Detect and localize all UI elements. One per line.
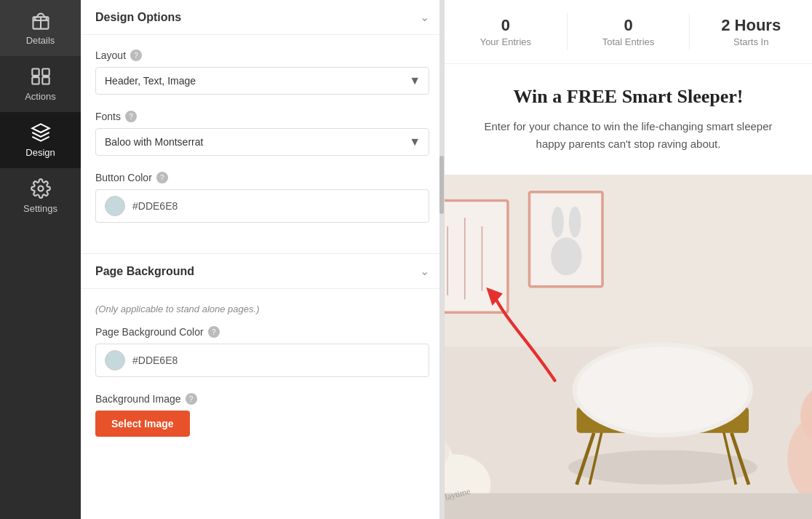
sidebar-item-details[interactable]: Details (0, 0, 81, 56)
design-icon (31, 122, 51, 143)
bg-image-label: Background Image ? (95, 393, 429, 405)
fonts-select-wrapper: Baloo with MontserratRobotoOpen Sans ▼ (95, 128, 429, 156)
svg-rect-1 (32, 69, 39, 76)
time-value: 2 Hours (721, 16, 781, 35)
main-panel: Design Options ⌄ Layout ? Header, Text, … (81, 0, 812, 519)
button-color-field-group: Button Color ? #DDE6E8 (95, 172, 429, 223)
button-color-swatch (105, 196, 125, 216)
fonts-help-icon[interactable]: ? (125, 111, 137, 122)
design-options-title: Design Options (95, 11, 181, 24)
options-panel: Design Options ⌄ Layout ? Header, Text, … (81, 0, 445, 519)
sidebar-actions-label: Actions (25, 91, 56, 102)
svg-rect-8 (445, 200, 508, 312)
sidebar-design-label: Design (25, 147, 55, 158)
design-options-header[interactable]: Design Options ⌄ (81, 0, 444, 35)
layout-help-icon[interactable]: ? (130, 49, 142, 61)
stat-total-entries: 0 Total Entries (568, 13, 690, 50)
page-background-content: (Only applicable to stand alone pages.) … (81, 289, 444, 467)
gift-icon (31, 10, 51, 31)
page-bg-color-field[interactable]: #DDE6E8 (95, 344, 429, 377)
fonts-field-group: Fonts ? Baloo with MontserratRobotoOpen … (95, 111, 429, 156)
actions-icon (31, 66, 51, 87)
svg-rect-4 (42, 77, 49, 84)
page-background-chevron-icon: ⌄ (420, 264, 429, 278)
bg-image-field-group: Background Image ? Select Image (95, 393, 429, 437)
sidebar-item-settings[interactable]: Settings (0, 168, 81, 224)
sidebar-details-label: Details (26, 35, 55, 46)
sidebar-item-design[interactable]: Design (0, 112, 81, 168)
campaign-title: Win a FREE Smart Sleeper! (474, 86, 783, 108)
page-bg-color-label: Page Background Color ? (95, 326, 429, 338)
page-bg-color-swatch (105, 350, 125, 371)
select-image-button[interactable]: Select Image (95, 411, 190, 437)
sidebar: Details Actions Design Settings (0, 0, 81, 519)
layout-label: Layout ? (95, 49, 429, 61)
button-color-help-icon[interactable]: ? (156, 172, 168, 183)
stat-time: 2 Hours Starts In (690, 13, 812, 50)
preview-image-area: Playtime (445, 175, 812, 519)
svg-point-15 (551, 237, 582, 275)
svg-point-17 (569, 207, 581, 238)
your-entries-label: Your Entries (480, 36, 531, 47)
settings-icon (31, 178, 51, 199)
room-scene-svg: Playtime (445, 175, 812, 519)
sidebar-item-actions[interactable]: Actions (0, 56, 81, 112)
sidebar-settings-label: Settings (23, 203, 57, 214)
button-color-value: #DDE6E8 (132, 200, 178, 212)
bg-image-help-icon[interactable]: ? (186, 393, 197, 405)
button-color-label: Button Color ? (95, 172, 429, 183)
svg-point-5 (38, 186, 43, 191)
layout-field-group: Layout ? Header, Text, ImageHeader, Imag… (95, 49, 429, 95)
time-label: Starts In (733, 36, 768, 47)
campaign-content: Win a FREE Smart Sleeper! Enter for your… (445, 64, 812, 175)
layout-select-wrapper: Header, Text, ImageHeader, Image, TextIm… (95, 67, 429, 95)
page-background-section-header[interactable]: Page Background ⌄ (81, 253, 444, 289)
button-color-field[interactable]: #DDE6E8 (95, 189, 429, 223)
svg-point-16 (552, 207, 564, 238)
design-options-content: Layout ? Header, Text, ImageHeader, Imag… (81, 35, 444, 253)
page-background-title: Page Background (95, 265, 194, 278)
total-entries-value: 0 (624, 16, 632, 35)
preview-panel: 0 Your Entries 0 Total Entries 2 Hours S… (445, 0, 812, 519)
svg-point-25 (577, 347, 749, 433)
total-entries-label: Total Entries (602, 36, 655, 47)
svg-rect-2 (42, 69, 49, 76)
your-entries-value: 0 (501, 16, 510, 35)
stats-bar: 0 Your Entries 0 Total Entries 2 Hours S… (445, 0, 812, 64)
fonts-select[interactable]: Baloo with MontserratRobotoOpen Sans (95, 128, 429, 156)
page-bg-color-help-icon[interactable]: ? (208, 326, 220, 338)
page-background-helper-text: (Only applicable to stand alone pages.) (95, 304, 429, 314)
layout-select[interactable]: Header, Text, ImageHeader, Image, TextIm… (95, 67, 429, 95)
stat-your-entries: 0 Your Entries (445, 13, 568, 50)
fonts-label: Fonts ? (95, 111, 429, 122)
page-bg-color-value: #DDE6E8 (132, 354, 178, 366)
page-bg-color-field-group: Page Background Color ? #DDE6E8 (95, 326, 429, 377)
svg-rect-34 (445, 494, 812, 519)
scrollbar[interactable] (439, 0, 444, 519)
campaign-description: Enter for your chance to win the life-ch… (476, 118, 781, 153)
scroll-thumb (439, 156, 444, 214)
design-options-chevron-icon: ⌄ (420, 10, 429, 24)
svg-rect-3 (32, 77, 39, 84)
